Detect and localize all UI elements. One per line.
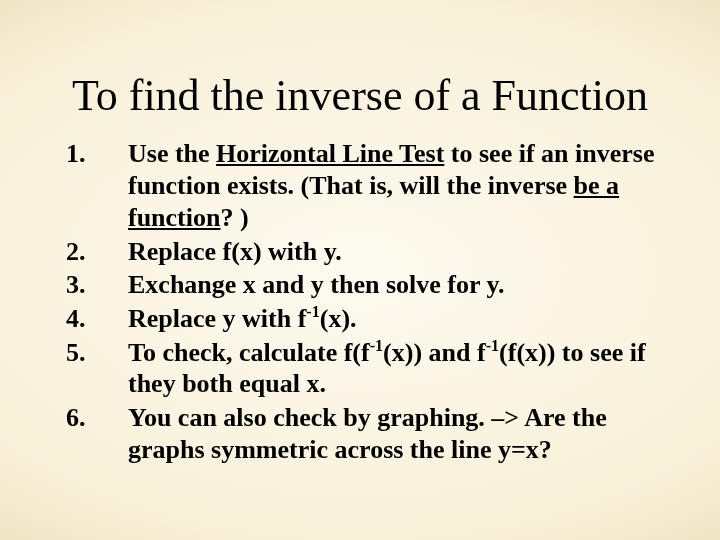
slide: To find the inverse of a Function Use th… [0, 0, 720, 540]
underline-text: Horizontal Line Test [216, 139, 444, 168]
step-text: (x). [320, 304, 357, 333]
list-item: To check, calculate f(f-1(x)) and f-1(f(… [120, 337, 672, 400]
steps-list: Use the Horizontal Line Test to see if a… [48, 138, 672, 465]
step-text: To check, calculate f(f [128, 338, 370, 367]
superscript: -1 [486, 337, 499, 354]
step-text: Exchange x and y then solve for y. [128, 270, 505, 299]
list-item: You can also check by graphing. –> Are t… [120, 402, 672, 465]
list-item: Use the Horizontal Line Test to see if a… [120, 138, 672, 233]
list-item: Replace f(x) with y. [120, 236, 672, 268]
step-text: Use the [128, 139, 216, 168]
step-text: You can also check by graphing. –> Are t… [128, 403, 607, 464]
step-text: ? ) [220, 203, 248, 232]
list-item: Exchange x and y then solve for y. [120, 269, 672, 301]
step-text: Replace f(x) with y. [128, 237, 342, 266]
step-text: (x)) and f [383, 338, 486, 367]
list-item: Replace y with f-1(x). [120, 303, 672, 335]
slide-title: To find the inverse of a Function [48, 72, 672, 120]
superscript: -1 [306, 303, 319, 320]
step-text: Replace y with f [128, 304, 306, 333]
superscript: -1 [370, 337, 383, 354]
